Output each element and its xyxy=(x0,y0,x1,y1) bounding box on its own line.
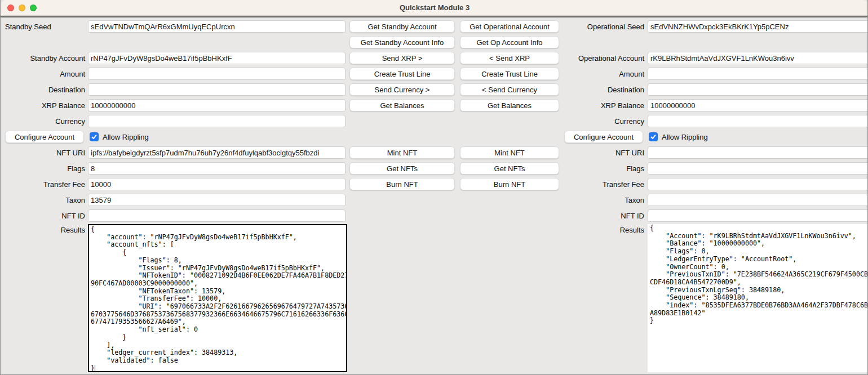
get-standby-account-info-button[interactable]: Get Standby Account Info xyxy=(349,36,455,48)
operational-currency-label: Currency xyxy=(560,117,644,126)
operational-results-textarea[interactable]: { "Account": "rK9LBRhStdmtAaVdJXGVF1LnKW… xyxy=(648,224,868,372)
standby-xrp-balance-input[interactable] xyxy=(88,99,346,111)
get-nfts-standby-button[interactable]: Get NFTs xyxy=(349,162,455,175)
standby-nft-uri-label: NFT URI xyxy=(1,149,85,157)
operational-taxon-label: Taxon xyxy=(560,196,644,204)
text-cursor xyxy=(95,365,95,372)
operational-flags-input[interactable] xyxy=(648,162,868,175)
operational-seed-input[interactable] xyxy=(648,20,868,33)
standby-nft-id-label: NFT ID xyxy=(1,212,85,220)
standby-seed-label: Standby Seed xyxy=(5,23,51,31)
burn-nft-standby-button[interactable]: Burn NFT xyxy=(349,178,455,190)
operational-amount-input[interactable] xyxy=(648,68,868,80)
operational-configure-account-button[interactable]: Configure Account xyxy=(564,131,643,143)
standby-flags-label: Flags xyxy=(1,164,85,173)
operational-nft-id-label: NFT ID xyxy=(560,212,644,220)
get-op-account-info-button[interactable]: Get Op Account Info xyxy=(460,36,559,48)
operational-nft-id-input[interactable] xyxy=(648,209,868,222)
standby-xrp-balance-label: XRP Balance xyxy=(1,101,85,110)
create-trust-line-operational-button[interactable]: Create Trust Line xyxy=(460,68,559,80)
standby-amount-input[interactable] xyxy=(88,68,346,80)
standby-results-label: Results xyxy=(1,226,85,234)
standby-account-label: Standby Account xyxy=(1,54,85,62)
standby-configure-account-button[interactable]: Configure Account xyxy=(5,131,84,143)
standby-amount-label: Amount xyxy=(1,70,85,78)
get-nfts-operational-button[interactable]: Get NFTs xyxy=(460,162,559,175)
standby-flags-input[interactable] xyxy=(88,162,346,175)
standby-taxon-label: Taxon xyxy=(1,196,85,204)
send-xrp-right-button[interactable]: Send XRP > xyxy=(349,52,455,64)
send-currency-right-button[interactable]: Send Currency > xyxy=(349,83,455,96)
standby-nft-id-input[interactable] xyxy=(88,209,346,222)
operational-amount-label: Amount xyxy=(560,70,644,78)
standby-destination-label: Destination xyxy=(1,86,85,94)
window-title: Quickstart Module 3 xyxy=(1,0,868,16)
operational-destination-input[interactable] xyxy=(648,83,868,96)
operational-account-input[interactable] xyxy=(648,52,868,64)
standby-currency-input[interactable] xyxy=(88,115,346,127)
mint-nft-standby-button[interactable]: Mint NFT xyxy=(349,146,455,159)
window: Quickstart Module 3 Standby Seed Standby… xyxy=(0,0,868,375)
operational-taxon-input[interactable] xyxy=(648,194,868,206)
create-trust-line-standby-button[interactable]: Create Trust Line xyxy=(349,68,455,80)
standby-transfer-fee-label: Transfer Fee xyxy=(1,180,85,189)
operational-seed-label: Operational Seed xyxy=(560,23,644,31)
standby-transfer-fee-input[interactable] xyxy=(88,178,346,190)
standby-currency-label: Currency xyxy=(1,117,85,126)
standby-destination-input[interactable] xyxy=(88,83,346,96)
operational-xrp-balance-label: XRP Balance xyxy=(560,101,644,110)
operational-allow-rippling-label: Allow Rippling xyxy=(662,133,708,141)
titlebar-separator xyxy=(1,16,868,17)
check-icon xyxy=(91,133,98,140)
titlebar: Quickstart Module 3 xyxy=(1,0,868,16)
burn-nft-operational-button[interactable]: Burn NFT xyxy=(460,178,559,190)
mint-nft-operational-button[interactable]: Mint NFT xyxy=(460,146,559,159)
get-operational-account-button[interactable]: Get Operational Account xyxy=(460,20,559,33)
operational-account-label: Operational Account xyxy=(560,54,644,62)
operational-destination-label: Destination xyxy=(560,86,644,94)
check-icon xyxy=(650,133,657,140)
operational-flags-label: Flags xyxy=(560,164,644,173)
standby-allow-rippling-checkbox[interactable] xyxy=(90,132,99,141)
operational-nft-uri-label: NFT URI xyxy=(560,149,644,157)
standby-results-textarea[interactable]: { "account": "rNP47gJFvDyW8gsDo4weB17if5… xyxy=(88,224,347,372)
get-balances-standby-button[interactable]: Get Balances xyxy=(349,99,455,111)
get-standby-account-button[interactable]: Get Standby Account xyxy=(349,20,455,33)
send-currency-left-button[interactable]: < Send Currency xyxy=(460,83,559,96)
standby-nft-uri-input[interactable] xyxy=(88,146,346,159)
operational-currency-input[interactable] xyxy=(648,115,868,127)
operational-nft-uri-input[interactable] xyxy=(648,146,868,159)
standby-account-input[interactable] xyxy=(88,52,346,64)
standby-allow-rippling-label: Allow Rippling xyxy=(103,133,149,141)
operational-results-label: Results xyxy=(560,226,644,234)
get-balances-operational-button[interactable]: Get Balances xyxy=(460,99,559,111)
operational-transfer-fee-label: Transfer Fee xyxy=(560,180,644,189)
standby-seed-input[interactable] xyxy=(88,20,346,33)
operational-allow-rippling-checkbox[interactable] xyxy=(649,132,658,141)
operational-transfer-fee-input[interactable] xyxy=(648,178,868,190)
standby-taxon-input[interactable] xyxy=(88,194,346,206)
send-xrp-left-button[interactable]: < Send XRP xyxy=(460,52,559,64)
operational-xrp-balance-input[interactable] xyxy=(648,99,868,111)
